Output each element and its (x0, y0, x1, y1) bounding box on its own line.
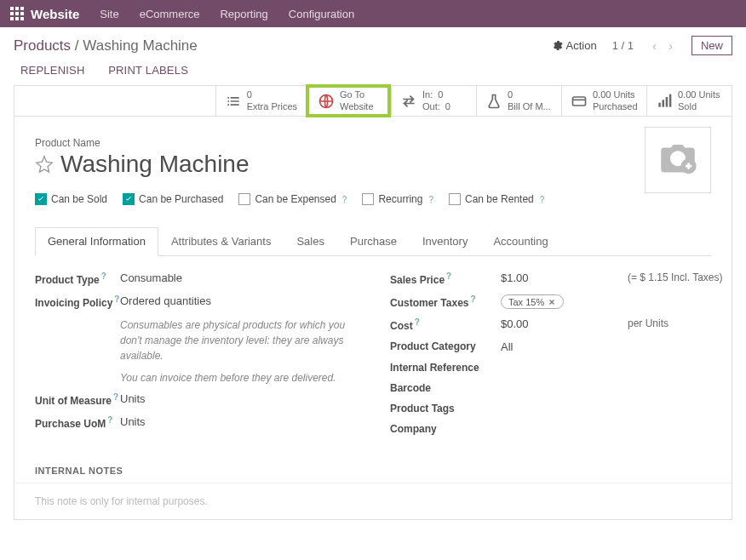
sales-price-value[interactable]: $1.00 (501, 271, 529, 286)
tab-purchase[interactable]: Purchase (337, 227, 410, 255)
help-icon[interactable]: ? (446, 271, 451, 281)
stat-inout[interactable]: In:0 Out:0 (391, 86, 476, 116)
field-product-type: Product Type? Consumable (35, 271, 356, 286)
svg-rect-7 (15, 17, 19, 20)
invoicing-policy-value[interactable]: Ordered quantities (120, 294, 211, 309)
tax-tag[interactable]: Tax 15% (501, 294, 564, 309)
cb-expensed-label: Can be Expensed (255, 193, 336, 205)
stat-sold[interactable]: 0.00 UnitsSold (646, 86, 732, 116)
remove-tag-icon[interactable] (548, 298, 556, 306)
print-labels-button[interactable]: PRINT LABELS (108, 64, 188, 77)
cb-recurring-label: Recurring (378, 193, 422, 205)
tab-sales[interactable]: Sales (284, 227, 337, 255)
stat-purchased[interactable]: 0.00 UnitsPurchased (561, 86, 646, 116)
svg-rect-8 (20, 17, 24, 20)
help-icon[interactable]: ? (342, 195, 347, 204)
tab-accounting[interactable]: Accounting (480, 227, 560, 255)
cb-can-be-rented[interactable]: Can be Rented? (449, 193, 544, 205)
help-icon[interactable]: ? (415, 317, 420, 327)
in-label: In: (422, 89, 433, 100)
right-column: Sales Price? $1.00 (= $ 1.15 Incl. Taxes… (390, 271, 711, 443)
nav-site[interactable]: Site (100, 8, 118, 20)
action-label: Action (566, 39, 597, 52)
field-invoicing-policy: Invoicing Policy? Ordered quantities (35, 294, 356, 309)
field-sales-price: Sales Price? $1.00 (= $ 1.15 Incl. Taxes… (390, 271, 711, 286)
sales-price-label: Sales Price? (390, 271, 501, 286)
tab-inventory[interactable]: Inventory (410, 227, 480, 255)
product-type-value[interactable]: Consumable (120, 271, 182, 286)
purchase-uom-label: Purchase UoM? (35, 415, 120, 430)
favorite-star-icon[interactable] (35, 155, 54, 174)
tab-general-information[interactable]: General Information (35, 227, 158, 256)
breadcrumb-separator: / (75, 37, 83, 54)
svg-rect-13 (666, 97, 669, 107)
new-button[interactable]: New (691, 36, 732, 55)
product-name-label: Product Name (35, 137, 711, 149)
checkbox-row: Can be Sold Can be Purchased Can be Expe… (35, 193, 711, 205)
svg-rect-2 (20, 7, 24, 10)
svg-rect-3 (10, 12, 14, 15)
product-title[interactable]: Washing Machine (60, 151, 250, 178)
cost-value[interactable]: $0.00 (501, 317, 529, 332)
purchase-uom-value[interactable]: Units (120, 415, 146, 430)
breadcrumb-current: Washing Machine (83, 37, 198, 54)
svg-rect-4 (15, 12, 19, 15)
cb-can-be-purchased[interactable]: Can be Purchased (123, 193, 223, 205)
app-brand[interactable]: Website (31, 7, 79, 21)
barcode-label: Barcode (390, 382, 501, 394)
nav-configuration[interactable]: Configuration (289, 8, 354, 20)
action-menu[interactable]: Action (552, 39, 597, 52)
category-label: Product Category (390, 340, 501, 353)
field-customer-taxes: Customer Taxes? Tax 15% (390, 294, 711, 309)
help-icon[interactable]: ? (114, 294, 119, 304)
tab-content: Product Type? Consumable Invoicing Polic… (14, 256, 732, 459)
svg-rect-10 (573, 97, 586, 106)
arrows-icon (400, 93, 417, 110)
help-icon[interactable]: ? (428, 195, 433, 204)
stat-bom[interactable]: 0Bill Of M... (476, 86, 561, 116)
field-barcode: Barcode (390, 382, 711, 394)
help-icon[interactable]: ? (107, 415, 112, 425)
pager-next[interactable]: › (665, 37, 676, 54)
help-icon[interactable]: ? (101, 271, 106, 281)
left-column: Product Type? Consumable Invoicing Polic… (35, 271, 356, 443)
purchased-count: 0.00 Units (593, 89, 638, 100)
cb-recurring[interactable]: Recurring? (362, 193, 433, 205)
cb-can-be-expensed[interactable]: Can be Expensed? (238, 193, 347, 205)
nav-ecommerce[interactable]: eCommerce (140, 8, 200, 20)
customer-taxes-label: Customer Taxes? (390, 294, 501, 309)
pager-arrows: ‹ › (649, 37, 676, 54)
field-uom: Unit of Measure? Units (35, 392, 356, 407)
apps-icon[interactable] (10, 7, 24, 20)
stat-goto-website[interactable]: Go ToWebsite (306, 84, 391, 117)
check-icon (37, 195, 45, 203)
help-icon[interactable]: ? (540, 195, 545, 204)
replenish-button[interactable]: REPLENISH (20, 64, 85, 77)
uom-value[interactable]: Units (120, 392, 146, 407)
pager-prev[interactable]: ‹ (649, 37, 660, 54)
goto-website-line1: Go To (340, 89, 374, 100)
help-icon[interactable]: ? (113, 392, 118, 402)
svg-rect-5 (20, 12, 24, 15)
nav-reporting[interactable]: Reporting (220, 8, 267, 20)
company-label: Company (390, 423, 501, 435)
tab-attributes-variants[interactable]: Attributes & Variants (158, 227, 284, 255)
cb-can-be-sold[interactable]: Can be Sold (35, 193, 107, 205)
breadcrumb-parent[interactable]: Products (14, 37, 71, 54)
sub-actions: REPLENISH PRINT LABELS (0, 59, 746, 85)
field-purchase-uom: Purchase UoM? Units (35, 415, 356, 430)
svg-rect-11 (658, 102, 661, 106)
field-company: Company (390, 423, 711, 435)
category-value[interactable]: All (501, 340, 513, 353)
help-icon[interactable]: ? (470, 294, 475, 304)
internal-notes-field[interactable]: This note is only for internal purposes. (14, 483, 732, 519)
sales-price-incl: (= $ 1.15 Incl. Taxes) (628, 271, 723, 283)
tabs: General Information Attributes & Variant… (35, 227, 711, 256)
svg-rect-12 (663, 100, 665, 106)
purchased-label: Purchased (593, 101, 638, 112)
svg-rect-6 (10, 17, 14, 20)
breadcrumb: Products / Washing Machine (14, 37, 198, 54)
product-image-placeholder[interactable] (645, 127, 711, 193)
out-value: 0 (445, 101, 450, 112)
stat-extra-prices[interactable]: 0Extra Prices (215, 86, 306, 116)
